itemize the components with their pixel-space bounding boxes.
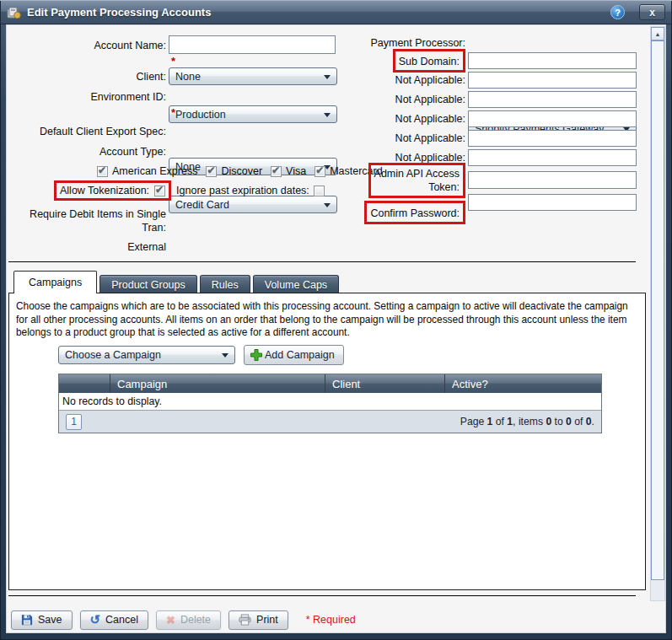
confirm-password-input[interactable] [468,194,637,211]
require-debit-label: Require Debit Items in Single Tran: [6,207,166,234]
grid-header-empty [59,374,110,393]
window-title: Edit Payment Processing Accounts [27,6,605,19]
mastercard-checkbox[interactable] [314,166,325,177]
dialog-content: Account Name: * Client: None Environment… [6,24,666,633]
sub-domain-label-wrap: Sub Domain: [326,49,465,73]
not-applicable-input-1[interactable] [468,72,637,89]
account-name-label: Account Name: [6,35,166,54]
grid-header-campaign[interactable]: Campaign [110,374,325,393]
tokenization-row: Allow Tokenization: Ignore past expirati… [54,180,325,201]
environment-id-label: Environment ID: [6,88,166,105]
scrollbar-up-arrow[interactable]: ▲ [651,27,664,40]
allow-tokenization-label: Allow Tokenization: [60,185,149,196]
admin-token-highlight-box: Admin API Access Token: [368,163,465,198]
not-applicable-label-4: Not Applicable: [326,130,465,147]
footer-bar: Save ↺ Cancel ✖ Delete Print * Required [11,610,356,630]
delete-button[interactable]: ✖ Delete [156,610,221,630]
save-label: Save [38,614,62,626]
allow-tokenization-checkbox[interactable] [154,186,165,196]
not-applicable-input-4[interactable] [468,130,637,147]
environment-id-select[interactable]: Production [169,105,337,123]
environment-id-required-marker: * [171,106,175,119]
export-spec-label: Default Client Export Spec: [6,122,166,140]
cancel-button[interactable]: ↺ Cancel [80,610,149,630]
environment-id-select-value: Production [175,109,226,121]
not-applicable-input-2[interactable] [468,91,637,108]
print-label: Print [256,614,278,626]
allow-tokenization-highlight-box: Allow Tokenization: [54,180,171,201]
tab-product-groups[interactable]: Product Groups [99,275,197,293]
delete-label: Delete [180,614,211,626]
sub-domain-highlight-box: Sub Domain: [393,49,465,73]
grid-empty-message: No records to display. [59,393,601,411]
not-applicable-input-3[interactable] [468,110,637,127]
discover-checkbox[interactable] [206,166,217,177]
save-icon [21,614,33,626]
print-icon [239,614,251,626]
admin-token-input[interactable] [468,171,637,189]
admin-token-label-wrap: Admin API Access Token: [326,163,465,198]
account-name-required-marker: * [171,55,175,67]
ignore-expiration-checkbox[interactable] [314,186,325,196]
client-select[interactable]: None [169,67,337,85]
account-type-label: Account Type: [6,143,166,160]
campaigns-tab-panel: Choose the campaigns which are to be ass… [8,293,646,590]
sub-domain-label: Sub Domain: [399,56,460,67]
sub-domain-input[interactable] [468,52,637,69]
pager-page-1-button[interactable]: 1 [66,414,82,430]
campaign-select-value: Choose a Campaign [65,349,161,361]
ignore-expiration-label: Ignore past expiration dates: [176,185,309,196]
visa-label: Visa [286,165,306,177]
confirm-password-label: Confirm Password: [370,207,460,219]
close-button[interactable]: x [639,4,665,20]
discover-label: Discover [221,165,262,177]
grid-header: Campaign Client Active? [59,374,601,393]
delete-x-icon: ✖ [166,615,175,626]
grid-pager: 1 Page 1 of 1, items 0 to 0 of 0. [59,411,601,433]
campaigns-grid: Campaign Client Active? No records to di… [58,374,602,433]
help-button[interactable]: ? [610,5,625,19]
admin-token-label: Admin API Access Token: [374,167,460,194]
vertical-scrollbar[interactable]: ▲ [650,26,665,601]
footer-separator [8,595,636,596]
not-applicable-label-3: Not Applicable: [326,110,465,127]
print-button[interactable]: Print [228,610,288,630]
campaigns-description: Choose the campaigns which are to be ass… [16,300,637,340]
campaign-select[interactable]: Choose a Campaign [58,346,235,364]
client-select-value: None [175,71,201,83]
tab-campaigns[interactable]: Campaigns [13,271,97,293]
confirm-password-highlight-box: Confirm Password: [364,201,465,224]
grid-header-active[interactable]: Active? [444,374,601,393]
grid-header-client[interactable]: Client [325,374,444,393]
titlebar[interactable]: Edit Payment Processing Accounts ? x [0,0,672,24]
save-button[interactable]: Save [11,610,73,630]
account-name-input[interactable] [169,35,336,54]
american-express-checkbox[interactable] [97,166,108,177]
external-label: External [6,240,166,254]
add-campaign-label: Add Campaign [265,349,335,361]
not-applicable-input-5[interactable] [468,149,637,166]
accounts-window-icon [7,6,21,19]
confirm-password-label-wrap: Confirm Password: [326,201,465,224]
not-applicable-label-2: Not Applicable: [326,91,465,108]
american-express-label: American Express [112,165,197,177]
edit-payment-accounts-dialog: Edit Payment Processing Accounts ? x Acc… [0,0,672,640]
cancel-label: Cancel [105,614,138,626]
form-separator [8,261,636,262]
visa-checkbox[interactable] [271,166,282,177]
add-plus-icon [250,348,263,362]
not-applicable-label-1: Not Applicable: [326,72,465,89]
pager-summary: Page 1 of 1, items 0 to 0 of 0. [460,416,594,428]
cancel-undo-icon: ↺ [90,614,101,626]
tab-rules[interactable]: Rules [200,275,250,293]
add-campaign-button[interactable]: Add Campaign [244,345,344,365]
required-note: * Required [306,614,356,626]
tab-strip: Campaigns Product Groups Rules Volume Ca… [13,271,339,293]
tab-volume-caps[interactable]: Volume Caps [253,275,339,293]
client-label: Client: [6,67,166,85]
scrollbar-thumb[interactable] [651,40,664,580]
